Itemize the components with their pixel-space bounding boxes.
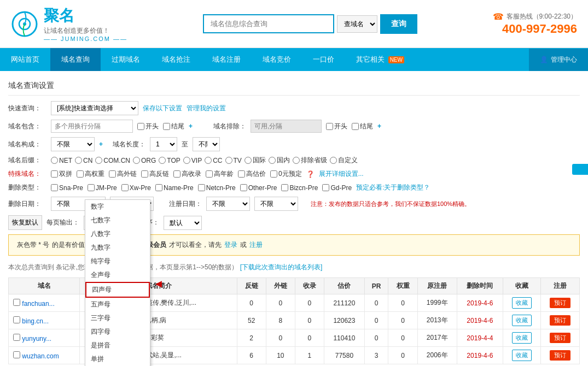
dt-jm[interactable]: JM-Pre: [88, 184, 117, 192]
cell-regdate: 2013年: [417, 312, 457, 329]
suffix-exprov[interactable]: 排除省级: [293, 156, 327, 165]
search-type-select[interactable]: 查域名: [337, 15, 377, 33]
nav-fixed-price[interactable]: 一口价: [302, 48, 345, 71]
exclude-plus-btn[interactable]: +: [377, 122, 381, 130]
nav-register[interactable]: 域名注册: [201, 48, 252, 71]
special-highoutlink[interactable]: 高外链: [109, 169, 137, 179]
domain-link[interactable]: fanchuan...: [22, 300, 54, 308]
dt-other[interactable]: Other-Pre: [240, 184, 277, 192]
collect-btn[interactable]: 收藏: [512, 350, 532, 361]
include-end-checkbox[interactable]: 结尾: [163, 122, 184, 131]
include-plus-btn[interactable]: +: [189, 122, 193, 130]
suffix-domestic[interactable]: 国内: [269, 156, 290, 165]
special-help-icon[interactable]: ❓: [306, 170, 315, 178]
dd-danpin[interactable]: 单拼: [85, 352, 150, 366]
quick-query-select[interactable]: [系统]快速查询选择: [51, 101, 138, 115]
suffix-net[interactable]: NET: [51, 157, 72, 164]
dt-sna[interactable]: Sna-Pre: [51, 184, 83, 192]
special-free[interactable]: 0元预定: [270, 169, 302, 179]
domain-link[interactable]: wuzhan.com: [22, 352, 59, 360]
restore-default-btn[interactable]: 恢复默认: [8, 215, 42, 230]
dt-bizcn[interactable]: Bizcn-Pre: [281, 184, 318, 192]
domain-include-input[interactable]: [51, 120, 133, 133]
length-from-select[interactable]: 1: [150, 137, 177, 151]
sort-select[interactable]: 默认: [164, 216, 202, 230]
domain-link[interactable]: yunyuny...: [22, 335, 51, 343]
dd-9shuzi[interactable]: 九数字: [85, 241, 150, 255]
special-shuangpin[interactable]: 双拼: [51, 169, 72, 179]
cell-collect: 收藏: [503, 294, 541, 312]
preorder-note-link[interactable]: 预定必看:关于删除类型？: [356, 183, 430, 192]
login-link[interactable]: 登录: [224, 240, 237, 250]
suffix-cn[interactable]: CN: [75, 157, 92, 164]
nav-expired[interactable]: 过期域名: [101, 48, 151, 71]
suffix-comcn[interactable]: COM.CN: [95, 157, 130, 164]
row-checkbox[interactable]: [13, 299, 20, 306]
suffix-top[interactable]: TOP: [159, 157, 180, 164]
dd-shipinyin[interactable]: 是拼音: [85, 339, 150, 352]
exclude-start-checkbox[interactable]: 开头: [326, 122, 347, 131]
dt-name[interactable]: Name-Pre: [155, 184, 194, 192]
special-highage[interactable]: 高年龄: [206, 169, 234, 179]
cell-register: 预订: [540, 347, 579, 364]
nav-home[interactable]: 网站首页: [0, 48, 50, 71]
nav-snap[interactable]: 域名抢注: [151, 48, 201, 71]
register-btn[interactable]: 预订: [550, 298, 570, 308]
suffix-tv[interactable]: TV: [225, 157, 242, 164]
row-checkbox[interactable]: [13, 316, 20, 323]
logo-slogan: 让域名创造更多价值！: [44, 26, 127, 36]
dd-chunzm[interactable]: 纯字母: [85, 255, 150, 268]
dd-quanshengmu[interactable]: 全声母: [85, 268, 150, 282]
row-checkbox[interactable]: [13, 334, 20, 341]
nav-auction[interactable]: 域名竞价: [252, 48, 302, 71]
suffix-org[interactable]: ORG: [133, 157, 156, 164]
special-highweight[interactable]: 高权重: [77, 169, 104, 179]
download-list-link[interactable]: [下载此次查询出的域名列表]: [240, 263, 323, 271]
dt-xw[interactable]: Xw-Pre: [121, 184, 151, 192]
main-search-input[interactable]: [203, 14, 334, 33]
suffix-intl[interactable]: 国际: [244, 156, 266, 165]
reg-date-select2[interactable]: 不限: [254, 197, 298, 211]
reg-date-select[interactable]: 不限: [206, 197, 250, 211]
dt-netcn[interactable]: Netcn-Pre: [198, 184, 236, 192]
suffix-cc[interactable]: CC: [205, 157, 222, 164]
expand-detail-link[interactable]: 展开详细设置...: [319, 169, 364, 179]
structure-plus[interactable]: +: [99, 140, 103, 148]
collect-btn[interactable]: 收藏: [512, 332, 532, 344]
dd-sizm[interactable]: 四字母: [85, 325, 150, 339]
length-to-select[interactable]: 不限: [193, 137, 220, 151]
collect-btn[interactable]: 收藏: [512, 297, 532, 309]
main-search-button[interactable]: 查询: [380, 14, 417, 34]
exclude-end-checkbox[interactable]: 结尾: [352, 122, 373, 131]
side-feedback[interactable]: 有问必答: [572, 164, 588, 175]
register-btn[interactable]: 预订: [550, 333, 570, 343]
collect-btn[interactable]: 收藏: [512, 315, 532, 326]
register-btn[interactable]: 预订: [550, 350, 570, 361]
dt-gd[interactable]: Gd-Pre: [322, 184, 352, 192]
nav-domain-query[interactable]: 域名查询: [50, 48, 101, 71]
structure-select[interactable]: 不限: [51, 137, 95, 151]
special-highbacklink[interactable]: 高反链: [141, 169, 169, 179]
suffix-vip[interactable]: VIP: [183, 157, 202, 164]
nav-admin[interactable]: 👤 管理中心: [529, 49, 588, 71]
special-highvalue[interactable]: 高估价: [238, 169, 266, 179]
header: 聚名 让域名创造更多价值！ —— JUMING.COM —— 查域名 查询 ☎ …: [0, 0, 588, 48]
suffix-custom[interactable]: 自定义: [330, 156, 358, 165]
domain-exclude-input[interactable]: [251, 120, 322, 133]
register-link[interactable]: 注册: [249, 240, 263, 250]
dd-8shuzi[interactable]: 八数字: [85, 227, 150, 241]
special-highindex[interactable]: 高收录: [173, 169, 201, 179]
row-checkbox[interactable]: [13, 351, 20, 358]
nav-other[interactable]: 其它相关 NEW: [345, 48, 415, 71]
dd-sishengmu[interactable]: 四声母: [85, 282, 150, 298]
dd-sanzm[interactable]: 三字母: [85, 311, 150, 325]
manage-settings-link[interactable]: 管理我的设置: [187, 104, 226, 113]
domain-link[interactable]: bing.cn...: [22, 317, 49, 325]
save-settings-link[interactable]: 保存以下设置: [143, 104, 182, 113]
include-start-checkbox[interactable]: 开头: [137, 122, 159, 131]
dd-shuzi[interactable]: 数字: [85, 200, 150, 214]
dd-wushengmu[interactable]: 五声母: [85, 298, 150, 311]
register-btn[interactable]: 预订: [550, 315, 570, 326]
dd-7shuzi[interactable]: 七数字: [85, 214, 150, 227]
structure-dropdown[interactable]: 数字 七数字 八数字 九数字 纯字母 全声母 四声母 五声母 三字母 四字母 是…: [85, 199, 150, 366]
